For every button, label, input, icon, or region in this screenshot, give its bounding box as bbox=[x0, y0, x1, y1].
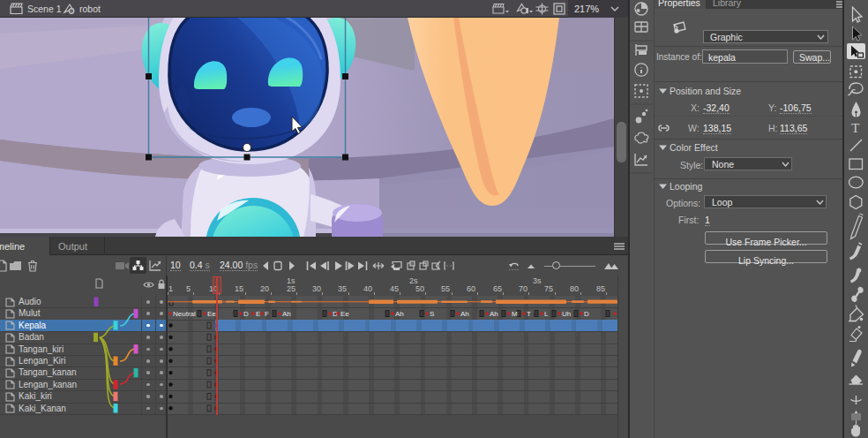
svg-text:D: D bbox=[584, 310, 589, 318]
svg-text:Ee: Ee bbox=[340, 310, 349, 318]
svg-text:F: F bbox=[265, 310, 269, 318]
svg-text:Ee: Ee bbox=[207, 310, 216, 318]
svg-text:L: L bbox=[544, 310, 549, 318]
svg-text:Uh: Uh bbox=[562, 310, 571, 318]
svg-text:Ah: Ah bbox=[282, 310, 291, 318]
svg-text:E: E bbox=[256, 310, 260, 318]
svg-text:T: T bbox=[527, 310, 531, 318]
svg-text:Ah: Ah bbox=[490, 310, 498, 318]
svg-text:Neutral: Neutral bbox=[173, 310, 196, 318]
svg-text:M: M bbox=[512, 310, 518, 318]
svg-text:T: T bbox=[851, 120, 860, 135]
svg-text:Ah: Ah bbox=[460, 310, 469, 318]
svg-text:D: D bbox=[243, 310, 249, 318]
svg-text:S: S bbox=[430, 310, 434, 318]
svg-text:Ah: Ah bbox=[395, 310, 404, 318]
